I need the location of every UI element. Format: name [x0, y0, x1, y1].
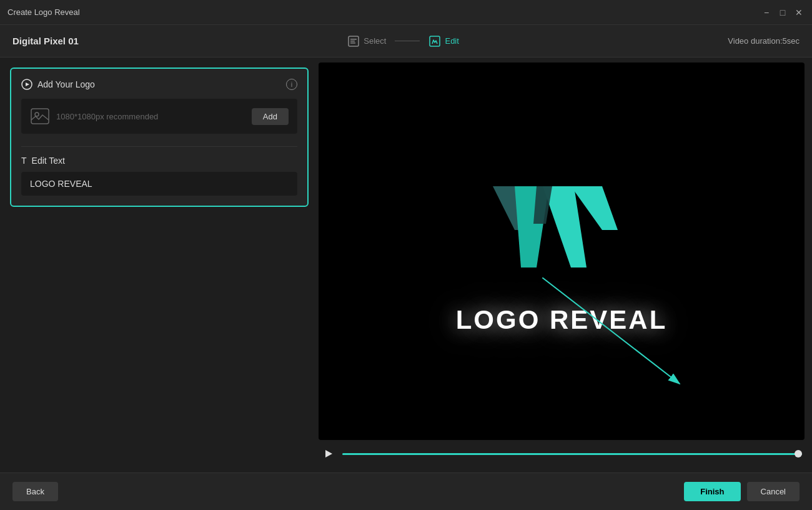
- step-select-label: Select: [364, 36, 386, 46]
- svg-rect-1: [350, 39, 357, 40]
- finish-button[interactable]: Finish: [684, 482, 740, 501]
- step-connector: [395, 41, 420, 41]
- header-bar: Digital Pixel 01 Select: [0, 25, 812, 58]
- play-circle-icon: [21, 79, 32, 90]
- step-select-icon: [347, 35, 360, 48]
- step-select: Select: [347, 35, 386, 48]
- image-placeholder-icon: [30, 106, 50, 126]
- preview-canvas: LOGO REVEAL: [319, 62, 805, 440]
- svg-marker-16: [325, 450, 332, 458]
- info-icon[interactable]: i: [286, 79, 297, 90]
- close-button[interactable]: ✕: [793, 7, 805, 18]
- timeline-track[interactable]: [342, 453, 802, 455]
- svg-marker-6: [26, 82, 29, 86]
- body-area: Add Your Logo i 1080*1080px recommended …: [0, 58, 812, 472]
- window-controls: − □ ✕: [761, 7, 805, 18]
- step-edit: Edit: [428, 35, 458, 48]
- project-title: Digital Pixel 01: [12, 36, 79, 46]
- preview-container: LOGO REVEAL: [319, 62, 805, 440]
- window-title: Create Logo Reveal: [7, 8, 80, 17]
- preview-logo-text: LOGO REVEAL: [456, 305, 668, 335]
- add-logo-section-header: Add Your Logo i: [21, 79, 297, 90]
- step-edit-icon: [428, 35, 441, 48]
- footer: Back Finish Cancel: [0, 472, 812, 510]
- panel-card: Add Your Logo i 1080*1080px recommended …: [10, 68, 309, 207]
- logo-text-value: LOGO REVEAL: [30, 179, 92, 189]
- main-content: Digital Pixel 01 Select: [0, 25, 812, 510]
- svg-rect-7: [31, 109, 49, 124]
- back-button[interactable]: Back: [12, 482, 58, 501]
- footer-right: Finish Cancel: [684, 482, 800, 501]
- titlebar: Create Logo Reveal − □ ✕: [0, 0, 812, 25]
- cancel-button[interactable]: Cancel: [747, 482, 800, 501]
- upload-area: 1080*1080px recommended Add: [21, 99, 297, 134]
- svg-rect-3: [350, 42, 355, 44]
- step-edit-label: Edit: [445, 36, 458, 46]
- video-duration: Video duration:5sec: [728, 36, 800, 46]
- upload-hint: 1080*1080px recommended: [56, 112, 245, 121]
- timeline-bar: [319, 440, 805, 468]
- play-button[interactable]: [321, 446, 336, 461]
- logo-display: [480, 168, 643, 292]
- svg-rect-2: [350, 41, 355, 42]
- minimize-button[interactable]: −: [761, 7, 772, 18]
- svg-rect-4: [430, 36, 440, 46]
- add-logo-button[interactable]: Add: [252, 108, 289, 125]
- timeline-thumb[interactable]: [795, 450, 802, 458]
- left-panel: Add Your Logo i 1080*1080px recommended …: [0, 58, 319, 472]
- text-format-icon: T: [21, 156, 27, 166]
- text-input-area[interactable]: LOGO REVEAL: [21, 172, 297, 196]
- section-divider: [21, 146, 297, 147]
- add-logo-title: Add Your Logo: [21, 79, 95, 90]
- restore-button[interactable]: □: [777, 7, 788, 18]
- edit-text-header: T Edit Text: [21, 156, 297, 166]
- right-panel: LOGO REVEAL: [319, 58, 812, 472]
- steps-indicator: Select Edit: [347, 35, 459, 48]
